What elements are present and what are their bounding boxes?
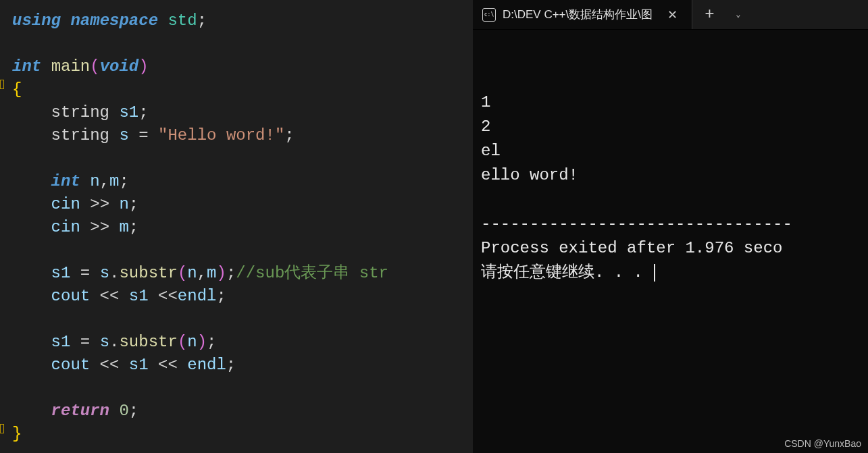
code-line[interactable]: cin >> m; [12,216,473,239]
code-line[interactable]: { [12,78,473,101]
terminal-tab-active[interactable]: c:\ D:\DEV C++\数据结构作业\图 ✕ [473,0,692,29]
terminal-line: 2 [481,115,860,139]
tab-dropdown-button[interactable]: ⌄ [727,0,750,29]
code-line[interactable]: s1 = s.substr(n,m);//sub代表子串 str [12,262,473,285]
code-line[interactable]: string s = "Hello word!"; [12,124,473,147]
terminal-line: 1 [481,90,860,115]
code-line[interactable] [12,239,473,262]
fold-marker-icon [0,80,4,89]
code-line[interactable]: return 0; [12,400,473,423]
close-tab-button[interactable]: ✕ [663,5,682,24]
code-line[interactable]: using namespace std; [12,9,473,32]
terminal-output[interactable]: 12elello word! -------------------------… [473,30,868,453]
terminal-line: Process exited after 1.976 seco [481,236,860,261]
terminal-tab-title: D:\DEV C++\数据结构作业\图 [503,7,653,22]
code-line[interactable]: int main(void) [12,55,473,78]
terminal-line [481,188,860,212]
code-line[interactable]: int n,m; [12,170,473,193]
terminal-window: c:\ D:\DEV C++\数据结构作业\图 ✕ + ⌄ 12elello w… [473,0,868,453]
terminal-line: el [481,139,860,163]
code-line[interactable]: } [12,423,473,446]
terminal-line: ello word! [481,163,860,188]
code-line[interactable]: cout << s1 << endl; [12,354,473,377]
terminal-cmd-icon: c:\ [482,8,496,22]
terminal-line: 请按任意键继续. . . [481,261,860,285]
code-line[interactable] [12,147,473,170]
terminal-cursor-icon [654,264,655,282]
terminal-line: -------------------------------- [481,212,860,236]
code-line[interactable] [12,377,473,400]
code-line[interactable]: string s1; [12,101,473,124]
watermark-text: CSDN @YunxBao [784,438,861,449]
code-line[interactable]: cout << s1 <<endl; [12,285,473,308]
code-line[interactable] [12,308,473,331]
new-tab-button[interactable]: + [692,0,727,29]
code-content[interactable]: using namespace std; int main(void){ str… [12,9,473,446]
fold-marker-icon [0,424,4,433]
code-line[interactable]: s1 = s.substr(n); [12,331,473,354]
code-line[interactable] [12,32,473,55]
code-editor[interactable]: using namespace std; int main(void){ str… [0,0,473,453]
terminal-tab-bar: c:\ D:\DEV C++\数据结构作业\图 ✕ + ⌄ [473,0,868,30]
code-line[interactable]: cin >> n; [12,193,473,216]
